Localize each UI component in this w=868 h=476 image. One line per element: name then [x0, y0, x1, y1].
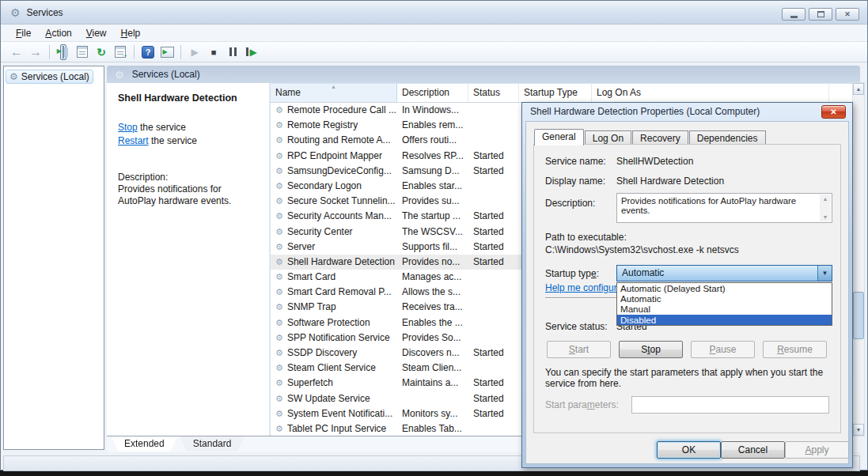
- toolbar-button-restart-service[interactable]: ▶: [242, 43, 261, 61]
- menu-item-help[interactable]: Help: [114, 26, 148, 40]
- dropdown-option-disabled[interactable]: Disabled: [617, 315, 832, 325]
- table-cell: [468, 421, 519, 436]
- table-cell: Enables the ...: [397, 315, 468, 331]
- service-name-cell: ⚙Remote Procedure Call ...: [271, 103, 397, 118]
- minimize-icon: [790, 16, 798, 18]
- toolbar-button-refresh[interactable]: ↻: [92, 43, 111, 61]
- general-tab-panel: Service name: ShellHWDetection Display n…: [533, 144, 841, 433]
- service-gear-icon: ⚙: [275, 318, 283, 327]
- table-cell: [468, 270, 519, 285]
- dropdown-option-automatic[interactable]: Automatic: [617, 293, 832, 304]
- startup-type-combobox[interactable]: Automatic ▼: [616, 265, 832, 281]
- stop-service-suffix: the service: [138, 122, 186, 133]
- resume-button[interactable]: Resume: [763, 341, 827, 358]
- menu-item-view[interactable]: View: [79, 26, 114, 40]
- toolbar-button-show-action-pane[interactable]: ▶: [157, 43, 176, 61]
- table-cell: Supports fil...: [397, 240, 468, 255]
- restart-service-link[interactable]: Restart: [118, 135, 149, 146]
- stop-service-line: Stop the service: [118, 121, 258, 134]
- stop-button[interactable]: Stop: [619, 341, 683, 358]
- table-cell: [468, 103, 519, 118]
- start-parameters-input[interactable]: [631, 396, 829, 414]
- column-header-status[interactable]: Status: [468, 84, 519, 102]
- dropdown-option-automatic-delayed-start-[interactable]: Automatic (Delayed Start): [617, 283, 832, 293]
- start-parameters-note: You can specify the start parameters tha…: [545, 367, 828, 389]
- service-gear-icon: ⚙: [275, 242, 283, 251]
- scrollbar-thumb[interactable]: [853, 292, 864, 339]
- dropdown-option-manual[interactable]: Manual: [617, 304, 832, 314]
- toolbar-button-start-service[interactable]: ▶: [185, 43, 204, 61]
- service-gear-icon: ⚙: [275, 211, 283, 221]
- menu-item-action[interactable]: Action: [38, 26, 78, 40]
- description-text: Provides notifications for AutoPlay hard…: [621, 196, 796, 215]
- view-tab-standard[interactable]: Standard: [180, 436, 244, 451]
- description-textbox[interactable]: Provides notifications for AutoPlay hard…: [616, 193, 832, 223]
- service-name-cell: ⚙RPC Endpoint Mapper: [271, 149, 397, 164]
- dialog-body: GeneralLog OnRecoveryDependencies Servic…: [525, 121, 849, 464]
- title-bar: ⚙ Services ✕: [1, 1, 867, 25]
- service-name-cell: ⚙Server: [271, 240, 397, 255]
- startup-type-label: Startup type:: [545, 268, 599, 279]
- description-scrollbar[interactable]: ▲ ▼: [820, 195, 831, 221]
- column-header-log-on-as[interactable]: Log On As: [592, 84, 829, 102]
- cancel-button[interactable]: Cancel: [721, 441, 785, 459]
- column-header-startup-type[interactable]: Startup Type: [519, 84, 592, 102]
- column-header-name[interactable]: ▲Name: [271, 84, 397, 102]
- dialog-tab-log-on[interactable]: Log On: [585, 130, 631, 145]
- start-button[interactable]: Start: [547, 341, 611, 358]
- toolbar-button-show-console-tree[interactable]: ▶: [54, 43, 73, 61]
- menu-item-file[interactable]: File: [9, 26, 38, 40]
- table-cell: Started: [468, 149, 519, 164]
- view-header: ⚙ Services (Local): [107, 66, 860, 83]
- table-cell: Steam Clien...: [397, 361, 468, 376]
- stop-service-link[interactable]: Stop: [118, 122, 138, 133]
- close-icon: ✕: [844, 10, 851, 18]
- service-gear-icon: ⚙: [275, 227, 283, 236]
- dialog-tab-recovery[interactable]: Recovery: [632, 130, 688, 145]
- table-cell: Enables Tab...: [397, 421, 468, 436]
- service-name-cell: ⚙Superfetch: [271, 376, 397, 391]
- maximize-button[interactable]: [809, 8, 832, 21]
- toolbar-button-back[interactable]: ←: [7, 43, 26, 61]
- close-button[interactable]: ✕: [836, 8, 859, 21]
- column-header-description[interactable]: Description: [397, 84, 468, 102]
- service-status-label: Service status:: [545, 321, 608, 332]
- toolbar-button-help[interactable]: ?: [138, 43, 157, 61]
- service-gear-icon: ⚙: [275, 424, 283, 433]
- table-cell: Provides So...: [397, 331, 468, 346]
- list-header: ▲NameDescriptionStatusStartup TypeLog On…: [271, 84, 852, 103]
- scroll-down-button[interactable]: ▼: [853, 424, 864, 436]
- view-tab-extended[interactable]: Extended: [112, 436, 177, 451]
- table-cell: Samsung D...: [397, 164, 468, 179]
- description-text: Provides notifications for AutoPlay hard…: [118, 183, 260, 207]
- pause-button[interactable]: Pause: [691, 341, 755, 358]
- minimize-button[interactable]: [782, 8, 805, 21]
- ok-button[interactable]: OK: [657, 441, 721, 459]
- service-name-cell: ⚙SNMP Trap: [271, 300, 397, 315]
- table-cell: Monitors sy...: [397, 406, 468, 421]
- service-name-value: ShellHWDetection: [616, 156, 693, 167]
- dialog-tabs: GeneralLog OnRecoveryDependencies: [534, 128, 767, 145]
- dropdown-arrow-icon[interactable]: ▼: [817, 266, 832, 281]
- toolbar-button-pause-service[interactable]: [223, 43, 242, 61]
- table-cell: [468, 285, 519, 300]
- toolbar-button-export-list[interactable]: →: [111, 43, 130, 61]
- dialog-tab-dependencies[interactable]: Dependencies: [689, 130, 766, 145]
- tree-item-services-local[interactable]: ⚙ Services (Local): [6, 70, 93, 84]
- dialog-close-button[interactable]: ✕: [821, 105, 846, 119]
- service-name-cell: ⚙Shell Hardware Detection: [271, 255, 397, 270]
- list-scrollbar[interactable]: ▲ ▼: [852, 82, 865, 436]
- table-cell: Started: [468, 240, 519, 255]
- dialog-title: Shell Hardware Detection Properties (Loc…: [522, 103, 852, 121]
- toolbar-button-forward[interactable]: →: [26, 43, 45, 61]
- service-gear-icon: ⚙: [275, 333, 283, 342]
- toolbar-button-properties[interactable]: [73, 43, 92, 61]
- help-configure-link[interactable]: Help me configure service startup option…: [545, 282, 616, 293]
- scroll-up-button[interactable]: ▲: [853, 83, 864, 95]
- dialog-tab-general[interactable]: General: [534, 129, 584, 145]
- toolbar-button-stop-service[interactable]: ■: [204, 43, 223, 61]
- table-cell: Discovers n...: [397, 346, 468, 361]
- selected-service-title: Shell Hardware Detection: [118, 93, 258, 104]
- apply-button[interactable]: Apply: [785, 441, 849, 459]
- window-title: Services: [27, 7, 63, 18]
